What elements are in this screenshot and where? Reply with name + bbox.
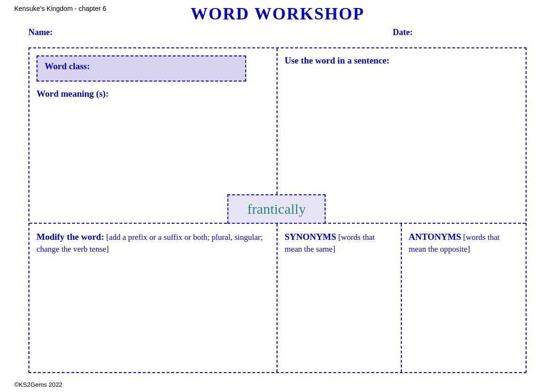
main-grid: Word class: Word meaning (s): franticall… (28, 47, 527, 373)
word-class-label: Word class: (45, 61, 90, 71)
antonyms-label: ANTONYMS [words that mean the opposite] (409, 231, 519, 255)
top-row: Word class: Word meaning (s): franticall… (29, 48, 526, 224)
featured-word-container: frantically (227, 194, 325, 224)
antonyms-label-bold: ANTONYMS (409, 232, 462, 242)
featured-word-box: frantically (227, 194, 325, 224)
modify-label-bold: Modify the word: (37, 232, 104, 242)
page-title: WORD WORKSHOP (0, 4, 555, 24)
synonyms-label: SYNONYMS [words that mean the same] (285, 231, 394, 255)
bottom-left-panel: Modify the word: [add a prefix or a suff… (29, 224, 278, 372)
date-label: Date: (393, 27, 413, 37)
word-class-box: Word class: (37, 55, 246, 82)
footer: ©KS2Gems 2022 (14, 381, 62, 388)
name-label: Name: (28, 27, 53, 37)
bottom-right-panel: ANTONYMS [words that mean the opposite] (402, 224, 526, 372)
word-meaning-label: Word meaning (s): (37, 89, 269, 99)
top-left-panel: Word class: Word meaning (s): franticall… (29, 48, 278, 223)
use-sentence-label: Use the word in a sentence: (285, 55, 518, 66)
modify-label: Modify the word: [add a prefix or a suff… (37, 231, 269, 255)
bottom-row: Modify the word: [add a prefix or a suff… (29, 224, 526, 372)
synonyms-label-bold: SYNONYMS (285, 232, 336, 242)
bottom-middle-panel: SYNONYMS [words that mean the same] (278, 224, 402, 372)
